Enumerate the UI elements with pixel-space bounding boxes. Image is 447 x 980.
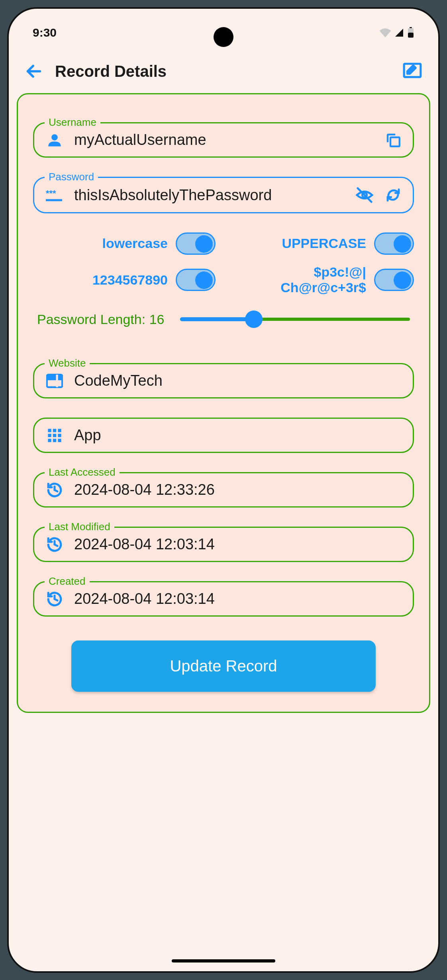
website-field[interactable]: Website xyxy=(33,363,414,398)
app-bar: Record Details xyxy=(9,57,438,93)
svg-rect-8 xyxy=(46,199,62,201)
password-length-label: Password Length: 16 xyxy=(37,312,164,327)
last-accessed-field: Last Accessed 2024-08-04 12:33:26 xyxy=(33,472,414,508)
edit-note-icon[interactable] xyxy=(402,61,422,81)
person-icon xyxy=(45,132,64,148)
svg-rect-19 xyxy=(58,434,61,437)
last-accessed-label: Last Accessed xyxy=(45,466,120,478)
battery-icon xyxy=(407,27,414,38)
svg-rect-17 xyxy=(48,434,51,437)
password-length-slider[interactable] xyxy=(180,311,410,327)
app-field[interactable] xyxy=(33,418,414,453)
record-card: Username Password *** xyxy=(17,93,430,713)
apps-icon xyxy=(45,428,64,443)
password-icon: *** xyxy=(45,187,64,203)
uppercase-switch[interactable] xyxy=(374,232,414,255)
created-field: Created 2024-08-04 12:03:14 xyxy=(33,581,414,617)
special-label: $p3c!@| Ch@r@c+3r$ xyxy=(280,264,366,295)
password-input[interactable] xyxy=(74,187,345,204)
svg-rect-16 xyxy=(58,429,61,432)
last-accessed-value: 2024-08-04 12:33:26 xyxy=(74,481,402,498)
username-label: Username xyxy=(45,116,100,129)
svg-rect-2 xyxy=(408,33,414,38)
password-field[interactable]: Password *** xyxy=(33,177,414,213)
home-indicator[interactable] xyxy=(172,959,275,962)
username-field[interactable]: Username xyxy=(33,122,414,158)
password-options: lowercase UPPERCASE 1234567890 $p3c!@| C… xyxy=(33,232,414,295)
web-icon xyxy=(45,374,64,388)
svg-rect-14 xyxy=(48,429,51,432)
last-modified-field: Last Modified 2024-08-04 12:03:14 xyxy=(33,527,414,562)
svg-rect-6 xyxy=(390,137,400,146)
svg-rect-0 xyxy=(410,27,412,28)
uppercase-label: UPPERCASE xyxy=(282,236,366,251)
svg-rect-15 xyxy=(53,429,56,432)
password-length-row: Password Length: 16 xyxy=(33,311,414,327)
history-icon xyxy=(45,482,64,498)
svg-rect-18 xyxy=(53,434,56,437)
history-icon xyxy=(45,591,64,607)
back-icon[interactable] xyxy=(25,62,43,80)
last-modified-label: Last Modified xyxy=(45,521,114,533)
lowercase-label: lowercase xyxy=(102,236,168,251)
page-title: Record Details xyxy=(55,62,390,80)
created-value: 2024-08-04 12:03:14 xyxy=(74,590,402,607)
last-modified-value: 2024-08-04 12:03:14 xyxy=(74,536,402,553)
toggle-uppercase: UPPERCASE xyxy=(231,232,414,255)
signal-icon xyxy=(394,28,405,37)
website-input[interactable] xyxy=(74,372,402,389)
toggle-special: $p3c!@| Ch@r@c+3r$ xyxy=(231,264,414,295)
history-icon xyxy=(45,536,64,553)
update-record-button[interactable]: Update Record xyxy=(71,640,376,692)
status-time: 9:30 xyxy=(33,26,57,39)
svg-rect-22 xyxy=(58,439,61,442)
svg-rect-13 xyxy=(56,375,58,387)
svg-rect-12 xyxy=(47,375,63,380)
toggle-lowercase: lowercase xyxy=(33,232,216,255)
svg-rect-21 xyxy=(53,439,56,442)
password-label: Password xyxy=(45,171,98,183)
svg-line-10 xyxy=(358,188,372,202)
wifi-icon xyxy=(379,28,391,37)
digits-label: 1234567890 xyxy=(92,272,168,288)
svg-rect-20 xyxy=(48,439,51,442)
svg-point-5 xyxy=(51,134,58,141)
toggle-visibility-button[interactable] xyxy=(355,186,374,204)
lowercase-switch[interactable] xyxy=(176,232,216,255)
camera-cutout xyxy=(214,27,233,47)
regenerate-password-button[interactable] xyxy=(385,187,402,203)
website-label: Website xyxy=(45,357,90,369)
username-input[interactable] xyxy=(74,131,374,148)
created-label: Created xyxy=(45,575,90,588)
toggle-digits: 1234567890 xyxy=(33,264,216,295)
app-input[interactable] xyxy=(74,427,402,444)
copy-username-button[interactable] xyxy=(385,132,402,148)
special-switch[interactable] xyxy=(374,269,414,291)
svg-text:***: *** xyxy=(46,188,56,198)
digits-switch[interactable] xyxy=(176,269,216,291)
